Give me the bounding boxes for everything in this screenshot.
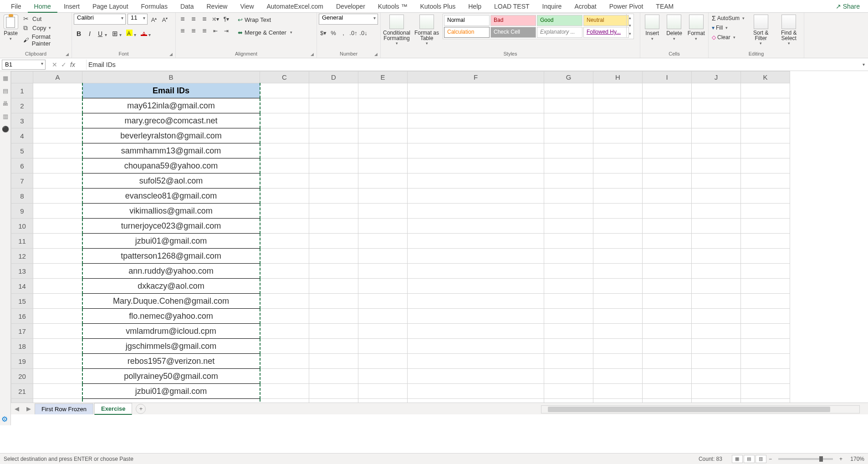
cell-D18[interactable] bbox=[309, 339, 358, 354]
style-check-cell[interactable]: Check Cell bbox=[490, 27, 536, 38]
conditional-formatting-button[interactable]: Conditional Formatting▾ bbox=[383, 14, 411, 46]
cell-B13[interactable]: ann.ruddy@yahoo.com bbox=[82, 264, 260, 279]
cell-F5[interactable] bbox=[408, 143, 544, 158]
cell-A17[interactable] bbox=[33, 324, 82, 339]
cell-J8[interactable] bbox=[692, 189, 741, 204]
decrease-indent-button[interactable]: ⇤ bbox=[210, 25, 220, 36]
cell-E9[interactable] bbox=[358, 204, 408, 219]
cell-I3[interactable] bbox=[643, 113, 692, 128]
cell-B1[interactable]: Email IDs bbox=[82, 83, 260, 98]
cell-B17[interactable]: vmlamdrum@icloud.cpm bbox=[82, 324, 260, 339]
cell-D12[interactable] bbox=[309, 249, 358, 264]
row-header-9[interactable]: 9 bbox=[11, 204, 33, 219]
cell-H19[interactable] bbox=[593, 354, 643, 369]
cell-D11[interactable] bbox=[309, 234, 358, 249]
cell-I9[interactable] bbox=[643, 204, 692, 219]
tab-file[interactable]: File bbox=[5, 0, 28, 13]
cell-H12[interactable] bbox=[593, 249, 643, 264]
gallery-more[interactable]: ▾ bbox=[627, 30, 633, 38]
cell-D13[interactable] bbox=[309, 264, 358, 279]
cell-B19[interactable]: rebos1957@verizon.net bbox=[82, 354, 260, 369]
comma-format-button[interactable]: , bbox=[339, 28, 348, 39]
cell-K2[interactable] bbox=[741, 98, 790, 113]
cell-A1[interactable] bbox=[33, 83, 82, 98]
zoom-thumb[interactable] bbox=[819, 456, 823, 462]
row-header-5[interactable]: 5 bbox=[11, 143, 33, 158]
cell-C18[interactable] bbox=[260, 339, 309, 354]
cell-F21[interactable] bbox=[408, 384, 544, 399]
cell-F10[interactable] bbox=[408, 219, 544, 234]
sidebar-icon-4[interactable]: ▥ bbox=[1, 113, 10, 122]
cell-D8[interactable] bbox=[309, 189, 358, 204]
bold-button[interactable]: B bbox=[74, 28, 84, 39]
cell-I16[interactable] bbox=[643, 309, 692, 324]
cell-E21[interactable] bbox=[358, 384, 408, 399]
align-center-button[interactable] bbox=[189, 25, 199, 36]
row-header-13[interactable]: 13 bbox=[11, 264, 33, 279]
cell-A18[interactable] bbox=[33, 339, 82, 354]
cell-H3[interactable] bbox=[593, 113, 643, 128]
font-name-select[interactable]: Calibri bbox=[74, 14, 126, 25]
increase-font-button[interactable]: A▴ bbox=[149, 14, 158, 25]
cell-C3[interactable] bbox=[260, 113, 309, 128]
align-bottom-button[interactable] bbox=[199, 14, 209, 25]
cell-E2[interactable] bbox=[358, 98, 408, 113]
cell-D14[interactable] bbox=[309, 279, 358, 294]
row-header-14[interactable]: 14 bbox=[11, 279, 33, 294]
cell-J16[interactable] bbox=[692, 309, 741, 324]
tab-home[interactable]: Home bbox=[28, 0, 57, 13]
cell-F4[interactable] bbox=[408, 128, 544, 143]
row-header-11[interactable]: 11 bbox=[11, 234, 33, 249]
cell-A15[interactable] bbox=[33, 294, 82, 309]
cell-D2[interactable] bbox=[309, 98, 358, 113]
sidebar-icon-1[interactable]: ▦ bbox=[1, 75, 10, 84]
cell-B9[interactable]: vikimallios@gmail.com bbox=[82, 204, 260, 219]
cell-B4[interactable]: beverleyralston@gmail.com bbox=[82, 128, 260, 143]
settings-gear-icon[interactable]: ⚙ bbox=[1, 415, 8, 423]
font-color-button[interactable] bbox=[139, 28, 153, 39]
share-button[interactable]: Share bbox=[832, 3, 863, 10]
sidebar-icon-3[interactable]: 🖶 bbox=[1, 100, 10, 109]
cell-A12[interactable] bbox=[33, 249, 82, 264]
cell-H13[interactable] bbox=[593, 264, 643, 279]
cell-K6[interactable] bbox=[741, 158, 790, 173]
cell-I10[interactable] bbox=[643, 219, 692, 234]
cell-F11[interactable] bbox=[408, 234, 544, 249]
cell-D16[interactable] bbox=[309, 309, 358, 324]
sheet-tab-exercise[interactable]: Exercise bbox=[94, 403, 133, 415]
col-header-K[interactable]: K bbox=[741, 71, 790, 83]
format-cells-button[interactable]: Format▾ bbox=[686, 14, 706, 41]
cell-C13[interactable] bbox=[260, 264, 309, 279]
select-all-corner[interactable] bbox=[11, 71, 33, 83]
col-header-B[interactable]: B bbox=[82, 71, 260, 83]
row-header-6[interactable]: 6 bbox=[11, 158, 33, 173]
col-header-H[interactable]: H bbox=[593, 71, 643, 83]
cell-B10[interactable]: turnerjoyce023@gmail.com bbox=[82, 219, 260, 234]
cell-I14[interactable] bbox=[643, 279, 692, 294]
insert-cells-button[interactable]: Insert▾ bbox=[642, 14, 662, 41]
cell-B6[interactable]: choupana59@yahoo.com bbox=[82, 158, 260, 173]
cell-C7[interactable] bbox=[260, 173, 309, 189]
number-launcher[interactable]: ◢ bbox=[374, 51, 378, 57]
col-header-E[interactable]: E bbox=[358, 71, 408, 83]
cell-B8[interactable]: evanscleo81@gmail.com bbox=[82, 189, 260, 204]
cell-D17[interactable] bbox=[309, 324, 358, 339]
cell-G4[interactable] bbox=[544, 128, 593, 143]
cell-H9[interactable] bbox=[593, 204, 643, 219]
tab-power-pivot[interactable]: Power Pivot bbox=[603, 0, 650, 13]
cell-I18[interactable] bbox=[643, 339, 692, 354]
font-size-select[interactable]: 11 bbox=[128, 14, 148, 25]
cell-C17[interactable] bbox=[260, 324, 309, 339]
cell-C10[interactable] bbox=[260, 219, 309, 234]
view-page-layout-button[interactable]: ▤ bbox=[744, 455, 755, 463]
cell-H16[interactable] bbox=[593, 309, 643, 324]
cell-K15[interactable] bbox=[741, 294, 790, 309]
merge-center-button[interactable]: Merge & Center▾ bbox=[236, 26, 294, 38]
tab-kutools[interactable]: Kutools ™ bbox=[372, 0, 414, 13]
cell-F3[interactable] bbox=[408, 113, 544, 128]
cell-J2[interactable] bbox=[692, 98, 741, 113]
row-header-8[interactable]: 8 bbox=[11, 189, 33, 204]
cell-G1[interactable] bbox=[544, 83, 593, 98]
cell-F19[interactable] bbox=[408, 354, 544, 369]
cell-E18[interactable] bbox=[358, 339, 408, 354]
